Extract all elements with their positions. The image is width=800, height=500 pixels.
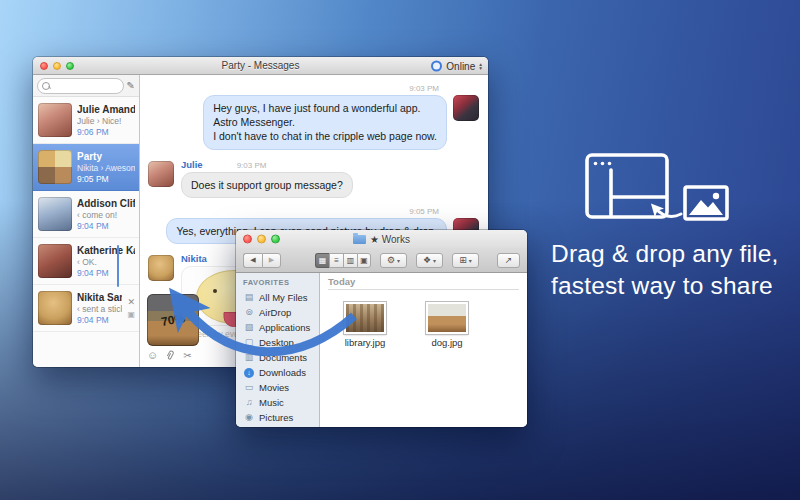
contact-time: 9:04 PM: [77, 268, 135, 278]
coverflow-view-button[interactable]: ▣: [357, 253, 371, 268]
finder-window: ★ Works ◀ ▶ ▦ ≡ ▥ ▣ ⚙ ▾ ❖ ▾ ⊞ ▾: [236, 230, 527, 427]
upload-area: 70% ☺ ✂: [147, 294, 199, 361]
conversation-row-nikita-sandy[interactable]: Nikita Sandy ‹ sent a sticker 9:04 PM ✕ …: [33, 285, 139, 332]
contact-time: 9:06 PM: [77, 127, 135, 137]
contact-text: Julie Amanda Julie › Nice! 9:06 PM: [77, 104, 135, 137]
finder-titlebar[interactable]: ★ Works: [236, 230, 527, 248]
chevron-down-icon: ▾: [433, 257, 436, 264]
message-time: 9:05 PM: [409, 207, 439, 216]
tagline-line1: Drag & drop any file,: [551, 238, 779, 270]
minimize-window-button[interactable]: [53, 62, 61, 70]
downloads-icon: ↓: [244, 368, 254, 378]
contact-name: Julie Amanda: [77, 104, 135, 115]
sidebar-item-movies[interactable]: ▭ Movies: [243, 380, 319, 395]
row-actions: ✕ ▣: [127, 298, 135, 319]
avatar: [38, 103, 72, 137]
sidebar-scrollbar-thumb[interactable]: [117, 245, 119, 287]
music-icon: ♫: [243, 398, 255, 407]
contact-name: Nikita Sandy: [77, 292, 122, 303]
finder-sidebar: FAVORITES ▤ All My Files ⊚ AirDrop ▧ App…: [236, 273, 320, 427]
window-controls: [40, 62, 74, 70]
minimize-window-button[interactable]: [257, 235, 266, 244]
message-bubble: Does it support group message?: [181, 172, 353, 198]
close-conversation-icon[interactable]: ✕: [127, 298, 135, 307]
sidebar-item-all-my-files[interactable]: ▤ All My Files: [243, 290, 319, 305]
dropbox-icon: ❖: [423, 255, 431, 265]
column-view-button[interactable]: ▥: [343, 253, 357, 268]
message-time: 9:03 PM: [409, 84, 439, 93]
folder-icon: [353, 235, 366, 244]
chevron-down-icon: ▾: [397, 257, 400, 264]
file-dog-jpg[interactable]: dog.jpg: [426, 302, 468, 348]
status-popup[interactable]: Online ▴▾: [431, 60, 482, 71]
file-library-jpg[interactable]: library.jpg: [344, 302, 386, 348]
upload-progress: 70%: [160, 311, 186, 329]
arrange-menu-button[interactable]: ⊞ ▾: [452, 253, 479, 268]
messages-titlebar[interactable]: Party - Messages Online ▴▾: [33, 57, 488, 75]
conversation-row-party[interactable]: Party Nikita › Awesome. 9:05 PM: [33, 144, 139, 191]
conversation-row-katherine-kate[interactable]: Katherine Kate ‹ OK. 9:04 PM: [33, 238, 139, 285]
view-mode-segmented: ▦ ≡ ▥ ▣: [315, 253, 371, 268]
finder-body: FAVORITES ▤ All My Files ⊚ AirDrop ▧ App…: [236, 273, 527, 427]
sender-name: Julie: [181, 159, 203, 170]
zoom-window-button[interactable]: [271, 235, 280, 244]
attachment-icon[interactable]: [166, 350, 175, 361]
contact-preview: ‹ OK.: [77, 257, 135, 267]
conversation-row-addison-cliff[interactable]: Addison Cliff ‹ come on! 9:04 PM: [33, 191, 139, 238]
status-label: Online: [446, 60, 475, 71]
contact-preview: Nikita › Awesome.: [77, 163, 135, 173]
contact-text: Addison Cliff ‹ come on! 9:04 PM: [77, 198, 135, 231]
avatar: [148, 161, 174, 187]
sidebar-item-applications[interactable]: ▧ Applications: [243, 320, 319, 335]
sidebar-item-pictures[interactable]: ◉ Pictures: [243, 410, 319, 425]
sidebar-item-downloads[interactable]: ↓ Downloads: [243, 365, 319, 380]
contact-time: 9:05 PM: [77, 174, 135, 184]
scissors-icon[interactable]: ✂: [183, 351, 191, 361]
promo-background: Party - Messages Online ▴▾ ✎: [0, 0, 800, 500]
sidebar-item-music[interactable]: ♫ Music: [243, 395, 319, 410]
desktop-icon: ▢: [243, 338, 255, 347]
sidebar-item-airdrop[interactable]: ⊚ AirDrop: [243, 305, 319, 320]
avatar: [38, 150, 72, 184]
close-window-button[interactable]: [243, 235, 252, 244]
list-view-button[interactable]: ≡: [329, 253, 343, 268]
online-status-icon: [431, 60, 442, 71]
gear-icon: ⚙: [387, 255, 395, 265]
window-controls: [243, 235, 280, 244]
contact-name: Addison Cliff: [77, 198, 135, 209]
group-header: Today: [328, 276, 519, 290]
message-bubble: Hey guys, I have just found a wonderful …: [203, 95, 447, 150]
file-thumbnail: [426, 302, 468, 334]
drag-drop-illustration: [575, 145, 745, 235]
action-menu-button[interactable]: ⚙ ▾: [380, 253, 407, 268]
close-window-button[interactable]: [40, 62, 48, 70]
compose-icon[interactable]: ✎: [127, 81, 135, 91]
emoji-icon[interactable]: ☺: [147, 350, 158, 361]
finder-toolbar: ◀ ▶ ▦ ≡ ▥ ▣ ⚙ ▾ ❖ ▾ ⊞ ▾ ↗: [236, 248, 527, 273]
sidebar-item-documents[interactable]: ▥ Documents: [243, 350, 319, 365]
share-button[interactable]: ↗: [497, 253, 520, 268]
tagline-line2: fastest way to share: [551, 270, 779, 302]
chevron-down-icon: ▾: [469, 257, 472, 264]
all-my-files-icon: ▤: [243, 293, 255, 302]
icon-view-button[interactable]: ▦: [315, 253, 329, 268]
contact-text: Party Nikita › Awesome. 9:05 PM: [77, 151, 135, 184]
forward-button[interactable]: ▶: [262, 253, 281, 268]
popup-arrows-icon: ▴▾: [479, 62, 482, 70]
message-time: 9:03 PM: [237, 161, 267, 170]
file-thumbnail: [344, 302, 386, 334]
back-button[interactable]: ◀: [243, 253, 262, 268]
zoom-window-button[interactable]: [66, 62, 74, 70]
mute-icon[interactable]: ▣: [127, 311, 135, 319]
avatar: [453, 95, 479, 121]
share-icon: ↗: [505, 255, 513, 265]
window-title: Party - Messages: [222, 60, 300, 71]
conversation-row-julie-amanda[interactable]: Julie Amanda Julie › Nice! 9:06 PM: [33, 97, 139, 144]
sidebar-item-desktop[interactable]: ▢ Desktop: [243, 335, 319, 350]
contact-preview: ‹ come on!: [77, 210, 135, 220]
dropbox-menu-button[interactable]: ❖ ▾: [416, 253, 443, 268]
search-input[interactable]: [37, 78, 124, 94]
contact-text: Nikita Sandy ‹ sent a sticker 9:04 PM: [77, 292, 122, 325]
contact-time: 9:04 PM: [77, 315, 122, 325]
avatar: [38, 244, 72, 278]
